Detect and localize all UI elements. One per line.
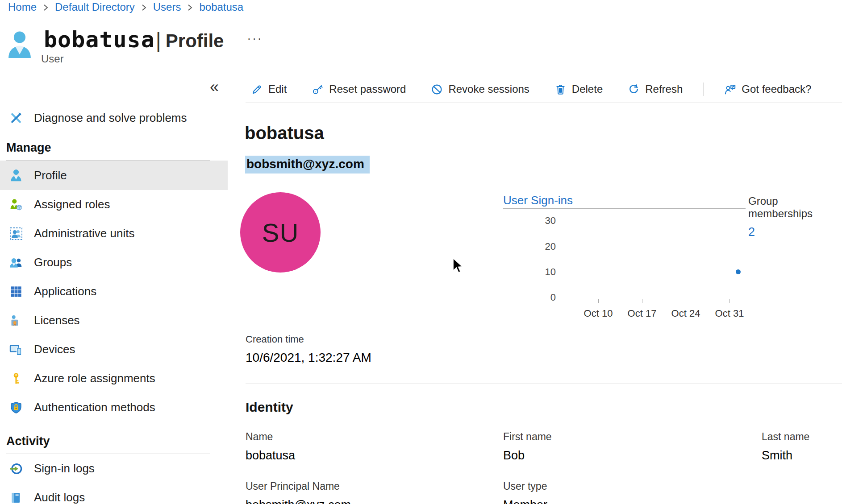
sidebar-item-label: Administrative units: [34, 227, 134, 240]
breadcrumb-home[interactable]: Home: [8, 1, 37, 13]
sidebar-item-label: Azure role assignments: [34, 372, 155, 385]
creation-time-block: Creation time 10/6/2021, 1:32:27 AM: [246, 334, 371, 365]
sidebar-item-groups[interactable]: Groups: [0, 248, 228, 277]
sidebar-item-signin-logs[interactable]: Sign-in logs: [0, 454, 228, 483]
reset-password-button[interactable]: Reset password: [312, 83, 406, 95]
x-tick-label: Oct 31: [703, 308, 756, 319]
x-tick: [642, 299, 642, 303]
revoke-sessions-button[interactable]: Revoke sessions: [431, 83, 529, 95]
y-tick-label: 20: [530, 241, 556, 252]
reset-password-label: Reset password: [329, 83, 406, 95]
title-divider: |: [156, 28, 161, 52]
field-value: Member: [503, 498, 762, 504]
y-tick-label: 30: [530, 215, 556, 227]
identity-field: Last name Smith: [762, 431, 842, 463]
sidebar-item-assigned-roles[interactable]: Assigned roles: [0, 190, 228, 219]
field-label: User Principal Name: [246, 480, 503, 492]
identity-grid: Name bobatusa First name Bob Last name S…: [246, 431, 842, 504]
sidebar-item-label: Profile: [34, 169, 67, 182]
collapse-menu-button[interactable]: «: [210, 78, 219, 96]
groups-icon: [9, 256, 23, 270]
sidebar-item-label: Licenses: [34, 314, 80, 327]
sidebar-item-devices[interactable]: Devices: [0, 335, 228, 364]
sidebar-item-profile[interactable]: Profile: [0, 161, 228, 190]
identity-field: User type Member: [503, 480, 762, 504]
sidebar-item-label: Groups: [34, 256, 72, 269]
field-value: bobatusa: [246, 449, 503, 463]
chevron-right-icon: [43, 4, 49, 12]
field-label: Last name: [762, 431, 842, 443]
edit-button[interactable]: Edit: [251, 83, 287, 95]
sidebar-item-label: Applications: [34, 285, 96, 298]
block-icon: [431, 83, 443, 95]
breadcrumb-directory[interactable]: Default Directory: [55, 1, 135, 13]
breadcrumb-current[interactable]: bobatusa: [199, 1, 243, 13]
breadcrumb-users[interactable]: Users: [153, 1, 181, 13]
y-tick-label: 0: [530, 292, 556, 303]
user-signins-link[interactable]: User Sign-ins: [503, 194, 573, 207]
applications-grid-icon: [9, 285, 23, 299]
sidebar-item-label: Sign-in logs: [34, 462, 95, 475]
divider: [703, 83, 704, 96]
administrative-units-icon: [9, 227, 23, 241]
audit-log-book-icon: [9, 491, 23, 504]
signin-arrow-icon: [9, 462, 23, 476]
field-label: First name: [503, 431, 762, 443]
creation-time-label: Creation time: [246, 334, 371, 345]
page-title: bobatusa: [44, 27, 155, 53]
got-feedback-label: Got feedback?: [742, 83, 811, 95]
divider: [246, 103, 842, 103]
avatar[interactable]: SU: [240, 192, 321, 273]
y-tick-label: 10: [530, 266, 556, 278]
edit-label: Edit: [268, 83, 287, 95]
sidebar-item-diagnose[interactable]: Diagnose and solve problems: [0, 109, 228, 127]
sidebar-item-azure-role-assignments[interactable]: Azure role assignments: [0, 364, 228, 393]
signins-chart: User Sign-ins 30 20 10 0 Oct 10 Oct 17 O…: [503, 192, 762, 330]
page-title-section: Profile: [166, 30, 224, 52]
identity-field: User Principal Name bobsmith@xyz.com: [246, 480, 503, 504]
sidebar-item-label: Authentication methods: [34, 401, 155, 414]
group-memberships-label: Group memberships: [748, 195, 842, 220]
breadcrumb: Home Default Directory Users bobatusa: [8, 1, 243, 13]
trash-icon: [554, 83, 567, 95]
more-options-button[interactable]: ···: [247, 32, 263, 45]
sidebar-item-administrative-units[interactable]: Administrative units: [0, 219, 228, 248]
sidebar-section-manage: Manage: [6, 141, 228, 155]
mouse-cursor-icon: [452, 258, 465, 275]
chevron-right-icon: [141, 4, 147, 12]
identity-field: Name bobatusa: [246, 431, 503, 463]
sidebar-item-label: Devices: [34, 343, 75, 356]
user-email-highlighted: bobsmith@xyz.com: [245, 156, 370, 174]
creation-time-value: 10/6/2021, 1:32:27 AM: [246, 351, 371, 365]
shield-lock-icon: [9, 401, 23, 415]
x-tick: [686, 299, 686, 303]
sidebar-item-label: Assigned roles: [34, 198, 110, 211]
revoke-sessions-label: Revoke sessions: [448, 83, 529, 95]
x-tick: [729, 299, 730, 303]
got-feedback-button[interactable]: Got feedback?: [724, 83, 811, 95]
refresh-button[interactable]: Refresh: [628, 83, 683, 95]
devices-icon: [9, 343, 23, 357]
field-label: User type: [503, 480, 762, 492]
key-icon: [9, 372, 23, 386]
sidebar-item-licenses[interactable]: Licenses: [0, 306, 228, 335]
delete-label: Delete: [572, 83, 603, 95]
field-value: Smith: [762, 449, 842, 463]
sidebar-item-authentication-methods[interactable]: Authentication methods: [0, 393, 228, 422]
group-memberships-count-link[interactable]: 2: [748, 225, 842, 239]
sidebar-item-applications[interactable]: Applications: [0, 277, 228, 306]
divider: [246, 384, 842, 384]
avatar-initials: SU: [262, 218, 299, 248]
edit-pencil-icon: [251, 83, 263, 95]
field-label: Name: [246, 431, 503, 443]
user-display-name: bobatusa: [245, 123, 324, 143]
field-value: bobsmith@xyz.com: [246, 498, 503, 504]
chart-point: [736, 269, 741, 274]
chevron-right-icon: [187, 4, 193, 12]
command-bar: Edit Reset password Revoke sessions Dele…: [251, 79, 811, 99]
refresh-icon: [628, 83, 640, 95]
sidebar-item-audit-logs[interactable]: Audit logs: [0, 483, 228, 504]
delete-button[interactable]: Delete: [554, 83, 603, 95]
divider: [503, 208, 746, 209]
licenses-icon: [9, 314, 23, 328]
